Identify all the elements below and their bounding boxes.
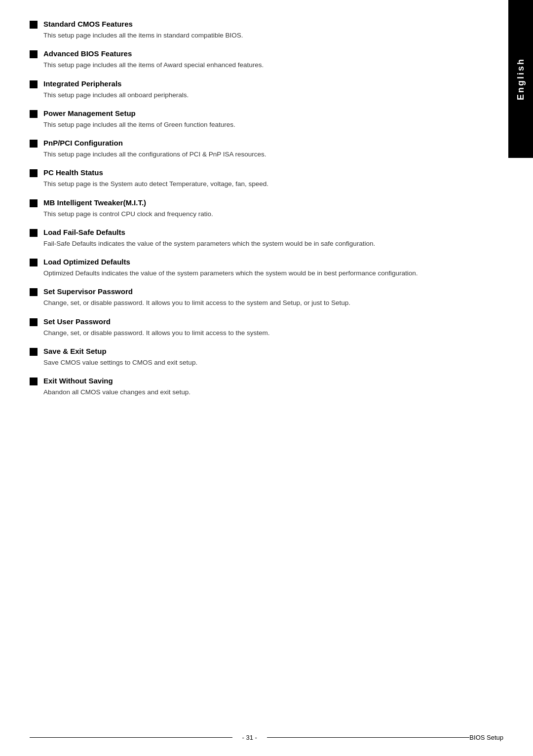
title-save-exit: Save & Exit Setup xyxy=(43,347,107,355)
content-area: Standard CMOS Features This setup page i… xyxy=(30,20,494,397)
menu-item-pnp-pci: PnP/PCI Configuration This setup page in… xyxy=(30,139,464,159)
desc-pc-health: This setup page is the System auto detec… xyxy=(43,179,464,189)
desc-advanced-bios: This setup page includes all the items o… xyxy=(43,60,464,70)
item-header-pc-health: PC Health Status xyxy=(30,168,464,177)
footer-bios-label: BIOS Setup xyxy=(469,734,503,741)
bullet-icon-standard-cmos xyxy=(30,21,38,29)
bullet-icon-exit-without-saving xyxy=(30,378,38,385)
menu-item-set-user: Set User Password Change, set, or disabl… xyxy=(30,317,464,338)
menu-item-load-optimized: Load Optimized Defaults Optimized Defaul… xyxy=(30,258,464,278)
bullet-icon-pnp-pci xyxy=(30,140,38,148)
footer-page-number: - 31 - xyxy=(232,734,267,741)
item-header-set-supervisor: Set Supervisor Password xyxy=(30,287,464,296)
desc-integrated-peripherals: This setup page includes all onboard per… xyxy=(43,90,464,100)
item-header-integrated-peripherals: Integrated Peripherals xyxy=(30,79,464,88)
menu-item-power-management: Power Management Setup This setup page i… xyxy=(30,109,464,130)
bullet-icon-load-failsafe xyxy=(30,229,38,237)
bullet-icon-integrated-peripherals xyxy=(30,80,38,88)
desc-save-exit: Save CMOS value settings to CMOS and exi… xyxy=(43,358,464,368)
footer: - 31 - BIOS Setup xyxy=(0,734,533,741)
sidebar-english: English xyxy=(508,0,533,158)
footer-line-left xyxy=(30,737,232,738)
item-header-set-user: Set User Password xyxy=(30,317,464,326)
desc-load-failsafe: Fail-Safe Defaults indicates the value o… xyxy=(43,239,464,249)
desc-standard-cmos: This setup page includes all the items i… xyxy=(43,31,464,40)
menu-item-standard-cmos: Standard CMOS Features This setup page i… xyxy=(30,20,464,40)
desc-load-optimized: Optimized Defaults indicates the value o… xyxy=(43,268,464,278)
desc-set-user: Change, set, or disable password. It all… xyxy=(43,328,464,338)
menu-item-save-exit: Save & Exit Setup Save CMOS value settin… xyxy=(30,347,464,368)
desc-mb-intelligent: This setup page is control CPU clock and… xyxy=(43,209,464,219)
item-header-pnp-pci: PnP/PCI Configuration xyxy=(30,139,464,148)
item-header-mb-intelligent: MB Intelligent Tweaker(M.I.T.) xyxy=(30,198,464,207)
bullet-icon-set-user xyxy=(30,318,38,326)
menu-item-exit-without-saving: Exit Without Saving Abandon all CMOS val… xyxy=(30,377,464,397)
bullet-icon-power-management xyxy=(30,110,38,118)
desc-power-management: This setup page includes all the items o… xyxy=(43,120,464,130)
menu-item-set-supervisor: Set Supervisor Password Change, set, or … xyxy=(30,287,464,308)
bullet-icon-load-optimized xyxy=(30,259,38,266)
bullet-icon-save-exit xyxy=(30,348,38,356)
title-standard-cmos: Standard CMOS Features xyxy=(43,20,133,28)
item-header-advanced-bios: Advanced BIOS Features xyxy=(30,49,464,58)
bullet-icon-advanced-bios xyxy=(30,50,38,58)
desc-exit-without-saving: Abandon all CMOS value changes and exit … xyxy=(43,387,464,397)
item-header-standard-cmos: Standard CMOS Features xyxy=(30,20,464,29)
menu-item-load-failsafe: Load Fail-Safe Defaults Fail-Safe Defaul… xyxy=(30,228,464,249)
bullet-icon-pc-health xyxy=(30,169,38,177)
title-mb-intelligent: MB Intelligent Tweaker(M.I.T.) xyxy=(43,198,146,207)
item-header-load-optimized: Load Optimized Defaults xyxy=(30,258,464,266)
footer-line-right xyxy=(267,737,470,738)
menu-item-pc-health: PC Health Status This setup page is the … xyxy=(30,168,464,189)
bullet-icon-mb-intelligent xyxy=(30,199,38,207)
title-set-supervisor: Set Supervisor Password xyxy=(43,287,133,296)
title-pnp-pci: PnP/PCI Configuration xyxy=(43,139,123,147)
title-power-management: Power Management Setup xyxy=(43,109,136,117)
menu-item-mb-intelligent: MB Intelligent Tweaker(M.I.T.) This setu… xyxy=(30,198,464,219)
item-header-load-failsafe: Load Fail-Safe Defaults xyxy=(30,228,464,237)
desc-set-supervisor: Change, set, or disable password. It all… xyxy=(43,298,464,308)
title-exit-without-saving: Exit Without Saving xyxy=(43,377,113,385)
title-pc-health: PC Health Status xyxy=(43,168,103,177)
title-integrated-peripherals: Integrated Peripherals xyxy=(43,79,121,88)
item-header-exit-without-saving: Exit Without Saving xyxy=(30,377,464,385)
desc-pnp-pci: This setup page includes all the configu… xyxy=(43,150,464,159)
menu-item-advanced-bios: Advanced BIOS Features This setup page i… xyxy=(30,49,464,70)
bullet-icon-set-supervisor xyxy=(30,288,38,296)
page-container: English Standard CMOS Features This setu… xyxy=(0,0,533,756)
title-set-user: Set User Password xyxy=(43,317,111,326)
title-load-failsafe: Load Fail-Safe Defaults xyxy=(43,228,125,236)
sidebar-label: English xyxy=(516,58,526,100)
title-load-optimized: Load Optimized Defaults xyxy=(43,258,130,266)
title-advanced-bios: Advanced BIOS Features xyxy=(43,49,132,58)
item-header-power-management: Power Management Setup xyxy=(30,109,464,118)
menu-item-integrated-peripherals: Integrated Peripherals This setup page i… xyxy=(30,79,464,100)
item-header-save-exit: Save & Exit Setup xyxy=(30,347,464,356)
